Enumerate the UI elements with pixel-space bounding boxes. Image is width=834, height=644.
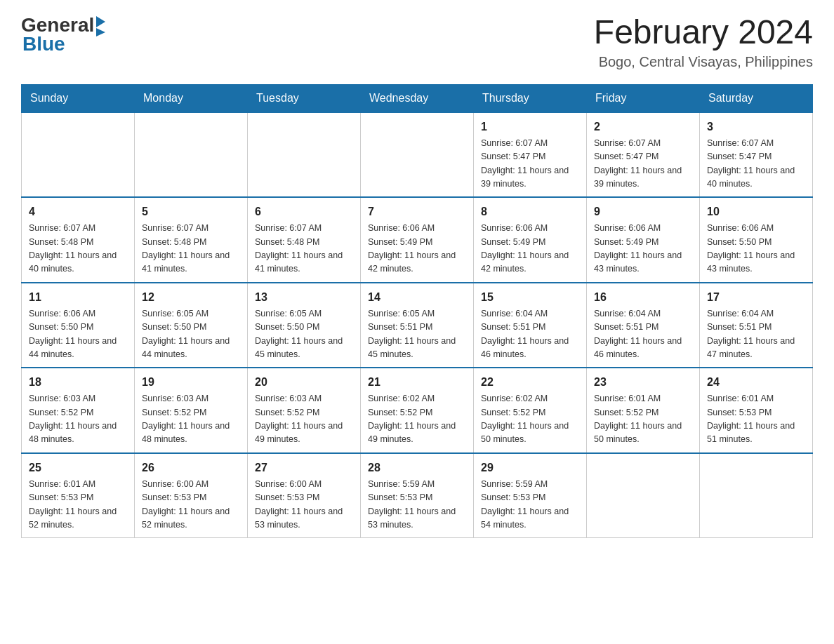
day-info: Sunrise: 6:07 AM Sunset: 5:47 PM Dayligh… [707, 137, 805, 192]
day-cell: 22Sunrise: 6:02 AM Sunset: 5:52 PM Dayli… [474, 368, 587, 453]
day-cell: 17Sunrise: 6:04 AM Sunset: 5:51 PM Dayli… [700, 283, 813, 368]
day-number: 2 [594, 119, 692, 135]
day-number: 18 [29, 374, 127, 391]
day-info: Sunrise: 6:04 AM Sunset: 5:51 PM Dayligh… [707, 307, 805, 362]
day-number: 24 [707, 374, 805, 391]
days-header-row: Sunday Monday Tuesday Wednesday Thursday… [22, 84, 813, 112]
logo: General Blue [21, 14, 105, 55]
day-number: 29 [481, 459, 579, 476]
day-info: Sunrise: 6:07 AM Sunset: 5:47 PM Dayligh… [481, 137, 579, 192]
header-wednesday: Wednesday [361, 84, 474, 112]
day-number: 26 [142, 459, 240, 476]
day-cell: 19Sunrise: 6:03 AM Sunset: 5:52 PM Dayli… [135, 368, 248, 453]
day-info: Sunrise: 6:01 AM Sunset: 5:52 PM Dayligh… [594, 392, 692, 447]
day-info: Sunrise: 6:02 AM Sunset: 5:52 PM Dayligh… [368, 392, 466, 447]
day-info: Sunrise: 6:05 AM Sunset: 5:50 PM Dayligh… [255, 307, 353, 362]
day-cell: 27Sunrise: 6:00 AM Sunset: 5:53 PM Dayli… [248, 453, 361, 538]
day-number: 28 [368, 459, 466, 476]
day-number: 11 [29, 289, 127, 306]
header-tuesday: Tuesday [248, 84, 361, 112]
day-info: Sunrise: 6:06 AM Sunset: 5:50 PM Dayligh… [707, 222, 805, 276]
day-cell [361, 112, 474, 198]
day-info: Sunrise: 6:07 AM Sunset: 5:48 PM Dayligh… [142, 222, 240, 276]
day-info: Sunrise: 6:06 AM Sunset: 5:49 PM Dayligh… [481, 222, 579, 276]
day-cell: 25Sunrise: 6:01 AM Sunset: 5:53 PM Dayli… [22, 453, 135, 538]
calendar-table: Sunday Monday Tuesday Wednesday Thursday… [21, 84, 813, 539]
header-thursday: Thursday [474, 84, 587, 112]
day-info: Sunrise: 6:00 AM Sunset: 5:53 PM Dayligh… [142, 478, 240, 532]
day-number: 20 [255, 374, 353, 391]
day-info: Sunrise: 6:07 AM Sunset: 5:47 PM Dayligh… [594, 137, 692, 192]
day-number: 27 [255, 459, 353, 476]
day-info: Sunrise: 6:05 AM Sunset: 5:50 PM Dayligh… [142, 307, 240, 362]
title-section: February 2024 Bogo, Central Visayas, Phi… [594, 14, 813, 70]
day-info: Sunrise: 6:01 AM Sunset: 5:53 PM Dayligh… [29, 478, 127, 532]
day-number: 25 [29, 459, 127, 476]
day-cell: 29Sunrise: 5:59 AM Sunset: 5:53 PM Dayli… [474, 453, 587, 538]
day-info: Sunrise: 6:03 AM Sunset: 5:52 PM Dayligh… [255, 392, 353, 447]
day-cell [22, 112, 135, 198]
day-cell: 26Sunrise: 6:00 AM Sunset: 5:53 PM Dayli… [135, 453, 248, 538]
day-info: Sunrise: 6:04 AM Sunset: 5:51 PM Dayligh… [481, 307, 579, 362]
day-cell [248, 112, 361, 198]
day-cell: 16Sunrise: 6:04 AM Sunset: 5:51 PM Dayli… [587, 283, 700, 368]
day-info: Sunrise: 6:04 AM Sunset: 5:51 PM Dayligh… [594, 307, 692, 362]
day-number: 7 [368, 203, 466, 220]
day-number: 12 [142, 289, 240, 306]
day-info: Sunrise: 6:01 AM Sunset: 5:53 PM Dayligh… [707, 392, 805, 447]
day-cell: 9Sunrise: 6:06 AM Sunset: 5:49 PM Daylig… [587, 197, 700, 283]
day-info: Sunrise: 6:07 AM Sunset: 5:48 PM Dayligh… [255, 222, 353, 276]
week-row-2: 4Sunrise: 6:07 AM Sunset: 5:48 PM Daylig… [22, 197, 813, 283]
day-number: 8 [481, 203, 579, 220]
day-number: 15 [481, 289, 579, 306]
day-info: Sunrise: 6:05 AM Sunset: 5:51 PM Dayligh… [368, 307, 466, 362]
day-number: 13 [255, 289, 353, 306]
day-number: 14 [368, 289, 466, 306]
day-cell [135, 112, 248, 198]
day-info: Sunrise: 5:59 AM Sunset: 5:53 PM Dayligh… [481, 478, 579, 532]
day-number: 19 [142, 374, 240, 391]
day-info: Sunrise: 6:06 AM Sunset: 5:50 PM Dayligh… [29, 307, 127, 362]
day-info: Sunrise: 6:07 AM Sunset: 5:48 PM Dayligh… [29, 222, 127, 276]
day-number: 16 [594, 289, 692, 306]
header-saturday: Saturday [700, 84, 813, 112]
day-number: 22 [481, 374, 579, 391]
day-cell [700, 453, 813, 538]
logo-text-blue: Blue [22, 33, 65, 55]
day-cell: 10Sunrise: 6:06 AM Sunset: 5:50 PM Dayli… [700, 197, 813, 283]
day-number: 4 [29, 203, 127, 220]
day-cell: 24Sunrise: 6:01 AM Sunset: 5:53 PM Dayli… [700, 368, 813, 453]
day-number: 6 [255, 203, 353, 220]
day-number: 21 [368, 374, 466, 391]
day-cell: 13Sunrise: 6:05 AM Sunset: 5:50 PM Dayli… [248, 283, 361, 368]
day-cell: 5Sunrise: 6:07 AM Sunset: 5:48 PM Daylig… [135, 197, 248, 283]
week-row-3: 11Sunrise: 6:06 AM Sunset: 5:50 PM Dayli… [22, 283, 813, 368]
day-cell: 2Sunrise: 6:07 AM Sunset: 5:47 PM Daylig… [587, 112, 700, 198]
day-cell: 15Sunrise: 6:04 AM Sunset: 5:51 PM Dayli… [474, 283, 587, 368]
day-cell: 23Sunrise: 6:01 AM Sunset: 5:52 PM Dayli… [587, 368, 700, 453]
day-cell: 12Sunrise: 6:05 AM Sunset: 5:50 PM Dayli… [135, 283, 248, 368]
day-cell: 21Sunrise: 6:02 AM Sunset: 5:52 PM Dayli… [361, 368, 474, 453]
day-info: Sunrise: 5:59 AM Sunset: 5:53 PM Dayligh… [368, 478, 466, 532]
day-cell: 14Sunrise: 6:05 AM Sunset: 5:51 PM Dayli… [361, 283, 474, 368]
day-cell: 20Sunrise: 6:03 AM Sunset: 5:52 PM Dayli… [248, 368, 361, 453]
page-header: General Blue February 2024 Bogo, Central… [21, 14, 813, 70]
header-sunday: Sunday [22, 84, 135, 112]
day-number: 23 [594, 374, 692, 391]
day-number: 17 [707, 289, 805, 306]
day-number: 10 [707, 203, 805, 220]
day-cell: 1Sunrise: 6:07 AM Sunset: 5:47 PM Daylig… [474, 112, 587, 198]
header-monday: Monday [135, 84, 248, 112]
day-info: Sunrise: 6:03 AM Sunset: 5:52 PM Dayligh… [142, 392, 240, 447]
day-info: Sunrise: 6:06 AM Sunset: 5:49 PM Dayligh… [368, 222, 466, 276]
month-title: February 2024 [594, 14, 813, 51]
day-cell: 4Sunrise: 6:07 AM Sunset: 5:48 PM Daylig… [22, 197, 135, 283]
day-number: 1 [481, 119, 579, 135]
day-info: Sunrise: 6:00 AM Sunset: 5:53 PM Dayligh… [255, 478, 353, 532]
day-cell [587, 453, 700, 538]
day-info: Sunrise: 6:03 AM Sunset: 5:52 PM Dayligh… [29, 392, 127, 447]
week-row-4: 18Sunrise: 6:03 AM Sunset: 5:52 PM Dayli… [22, 368, 813, 453]
day-cell: 18Sunrise: 6:03 AM Sunset: 5:52 PM Dayli… [22, 368, 135, 453]
day-cell: 11Sunrise: 6:06 AM Sunset: 5:50 PM Dayli… [22, 283, 135, 368]
week-row-5: 25Sunrise: 6:01 AM Sunset: 5:53 PM Dayli… [22, 453, 813, 538]
